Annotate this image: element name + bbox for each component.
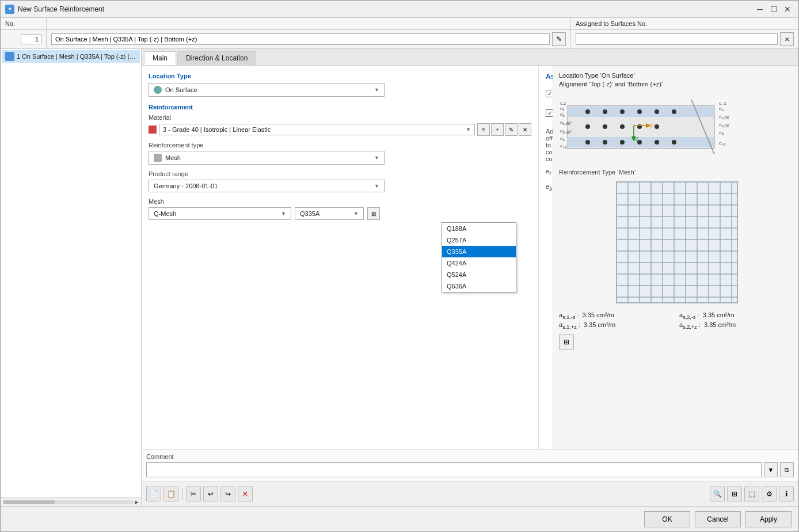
q335a-dropdown[interactable]: Q335A ▼ xyxy=(295,207,364,220)
reinf-type-arrow: ▼ xyxy=(374,155,379,161)
location-icon xyxy=(154,86,162,94)
edit-name-button[interactable]: ✎ xyxy=(552,32,566,46)
location-type-row: On Surface ▼ xyxy=(149,83,531,97)
material-list-button[interactable]: ≡ xyxy=(477,123,490,136)
diagram-title: Location Type ‘On Surface’ Alignment ‘To… xyxy=(559,71,795,89)
main-window: ✦ New Surface Reinforcement ─ ☐ ✕ No. As… xyxy=(0,0,799,532)
toolbar-search-button[interactable]: 🔍 xyxy=(710,487,725,501)
product-range-dropdown[interactable]: Germany - 2008-01-01 ▼ xyxy=(149,180,385,192)
comment-row: ▼ ⧉ xyxy=(146,462,794,477)
scrollbar-track[interactable] xyxy=(3,500,134,504)
list-scrollbar-area: ▶ xyxy=(1,497,141,506)
diagram-export-button[interactable]: ⊞ xyxy=(559,335,574,349)
list-item-icon xyxy=(5,52,14,61)
toolbar-undo-button[interactable]: ↩ xyxy=(203,487,218,501)
toolbar-settings-button[interactable]: ⚙ xyxy=(762,487,777,501)
ok-button[interactable]: OK xyxy=(644,511,690,527)
titlebar: ✦ New Surface Reinforcement ─ ☐ ✕ xyxy=(1,1,798,18)
list-item[interactable]: 1 On Surface | Mesh | Q335A | Top (-z) |… xyxy=(2,50,140,63)
material-edit-button[interactable]: ✎ xyxy=(505,123,518,136)
product-range-arrow: ▼ xyxy=(374,183,379,189)
mesh-label: Mesh xyxy=(149,198,531,205)
tab-main[interactable]: Main xyxy=(144,51,176,65)
close-button[interactable]: ✕ xyxy=(781,3,794,16)
reinf-icon xyxy=(154,154,162,162)
mesh-option-q524a[interactable]: Q524A xyxy=(442,269,516,280)
left-panel: 1 On Surface | Mesh | Q335A | Top (-z) |… xyxy=(1,49,142,506)
toolbar-redo-button[interactable]: ↪ xyxy=(220,487,235,501)
toolbar-delete-button[interactable]: ✕ xyxy=(238,487,253,501)
tab-direction[interactable]: Direction & Location xyxy=(177,51,256,65)
mesh-option-q636a[interactable]: Q636A xyxy=(442,280,516,292)
material-row: 3 - Grade 40 | Isotropic | Linear Elasti… xyxy=(149,123,531,136)
material-new-button[interactable]: + xyxy=(491,123,504,136)
comment-copy-btn[interactable]: ⧉ xyxy=(780,462,794,477)
top-checkbox[interactable] xyxy=(546,90,553,97)
mesh-row: Q-Mesh ▼ Q335A ▼ Q188A Q257A xyxy=(149,207,531,220)
stat-1: as,1,-z : 3.35 cm²/m xyxy=(559,311,675,320)
comment-input[interactable] xyxy=(146,462,762,477)
name-header xyxy=(47,18,571,29)
svg-text:z: z xyxy=(635,136,639,142)
svg-text:c,z: c,z xyxy=(560,101,566,106)
svg-text:dt: dt xyxy=(560,106,564,112)
svg-text:c+z: c+z xyxy=(719,140,726,146)
q-mesh-arrow: ▼ xyxy=(281,211,286,216)
cross-section-svg: y z c,z dt ds ds,90° ds,90° ds c+z xyxy=(559,94,729,160)
material-delete-button[interactable]: ✕ xyxy=(519,123,531,136)
reinf-type-dropdown[interactable]: Mesh ▼ xyxy=(149,151,385,165)
material-dropdown[interactable]: 3 - Grade 40 | Isotropic | Linear Elasti… xyxy=(159,124,475,135)
assigned-header: Assigned to Surfaces No. xyxy=(571,18,798,29)
titlebar-buttons: ─ ☐ ✕ xyxy=(754,3,794,16)
clear-assigned-button[interactable]: ✕ xyxy=(780,32,794,46)
name-input[interactable] xyxy=(51,33,550,45)
mesh-option-q424a[interactable]: Q424A xyxy=(442,257,516,269)
scroll-right-arrow[interactable]: ▶ xyxy=(135,499,139,505)
location-type-dropdown[interactable]: On Surface ▼ xyxy=(149,83,385,97)
mesh-dropdown-menu: Q188A Q257A Q335A Q424A Q524A Q636A xyxy=(442,222,516,292)
comment-label: Comment xyxy=(146,453,794,460)
product-range-label: Product range xyxy=(149,170,531,177)
dialog-footer: OK Cancel Apply xyxy=(1,506,798,531)
svg-text:db: db xyxy=(719,130,724,136)
mesh-option-q335a[interactable]: Q335A xyxy=(442,246,516,257)
svg-text:ds: ds xyxy=(560,136,565,142)
et-label: et xyxy=(546,168,551,176)
cancel-button[interactable]: Cancel xyxy=(695,511,741,527)
no-input[interactable] xyxy=(21,34,41,44)
toolbar-cut-button[interactable]: ✂ xyxy=(186,487,201,501)
svg-text:ds,90°: ds,90° xyxy=(719,122,729,128)
svg-point-17 xyxy=(603,124,607,129)
svg-point-15 xyxy=(672,140,676,145)
toolbar-new-button[interactable]: 📄 xyxy=(146,487,161,501)
no-header: No. xyxy=(1,18,47,29)
name-field-cell: ✎ xyxy=(47,30,571,48)
mesh-info-button[interactable]: ⊞ xyxy=(367,207,380,220)
bottom-toolbar: 📄 📋 ✂ ↩ ↪ ✕ 🔍 ⊞ ⬚ ⚙ ℹ xyxy=(142,481,798,506)
scrollbar-thumb[interactable] xyxy=(3,500,55,504)
material-color-swatch xyxy=(149,126,157,134)
assigned-input[interactable] xyxy=(576,33,778,45)
svg-point-20 xyxy=(655,124,659,129)
right-diagram-panel: Location Type ‘On Surface’ Alignment ‘To… xyxy=(553,66,798,449)
svg-point-10 xyxy=(585,140,590,145)
maximize-button[interactable]: ☐ xyxy=(767,3,780,16)
minimize-button[interactable]: ─ xyxy=(754,3,766,16)
toolbar-info-button[interactable]: ℹ xyxy=(779,487,794,501)
toolbar-copy-button[interactable]: 📋 xyxy=(163,487,178,501)
toolbar-select-button[interactable]: ⬚ xyxy=(744,487,759,501)
mesh-option-q188a[interactable]: Q188A xyxy=(442,223,516,234)
material-dropdown-arrow: ▼ xyxy=(466,127,471,132)
assignment-panel: Assignment Top (-z) Bottom (+z) Addition… xyxy=(539,66,553,449)
svg-text:ds,90°: ds,90° xyxy=(719,114,729,120)
comment-dropdown-btn[interactable]: ▼ xyxy=(764,462,778,477)
q-mesh-dropdown[interactable]: Q-Mesh ▼ xyxy=(149,207,291,220)
svg-text:y: y xyxy=(649,122,653,128)
toolbar-grid-button[interactable]: ⊞ xyxy=(727,487,742,501)
eb-label: eb xyxy=(546,183,552,192)
bottom-checkbox[interactable] xyxy=(546,109,553,117)
apply-button[interactable]: Apply xyxy=(745,511,792,527)
mesh-option-q257a[interactable]: Q257A xyxy=(442,234,516,246)
svg-text:ds: ds xyxy=(560,112,565,117)
svg-point-9 xyxy=(672,109,676,114)
